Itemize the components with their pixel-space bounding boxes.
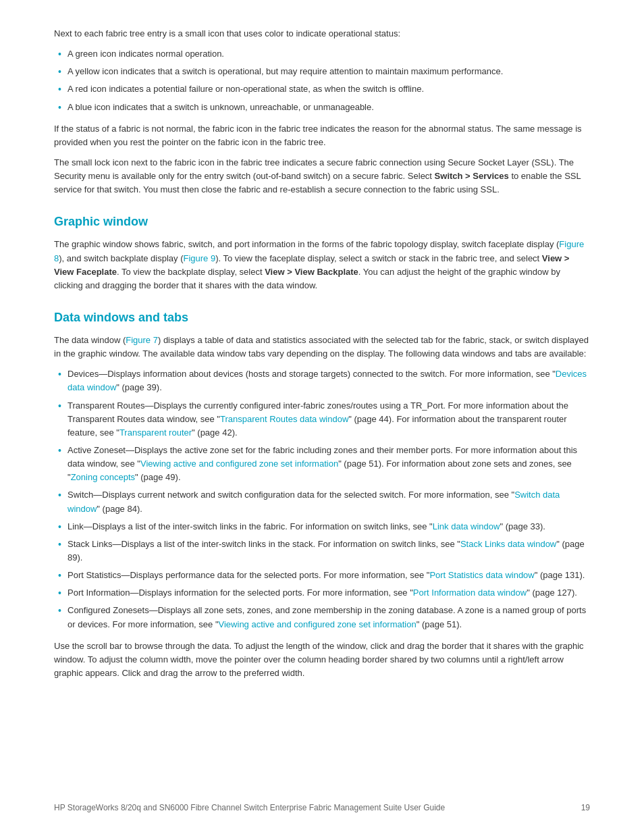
fabric-status-para: If the status of a fabric is not normal,… xyxy=(54,122,590,149)
graphic-window-para: The graphic window shows fabric, switch,… xyxy=(54,238,590,292)
data-windows-heading: Data windows and tabs xyxy=(54,309,590,327)
list-item: A green icon indicates normal operation. xyxy=(54,47,590,61)
figure8-link[interactable]: Figure 8 xyxy=(54,239,584,263)
figure7-link[interactable]: Figure 7 xyxy=(126,335,158,345)
list-item: Switch—Displays current network and swit… xyxy=(54,488,590,515)
data-windows-intro: The data window (Figure 7) displays a ta… xyxy=(54,334,590,361)
viewing-active-zone-link2[interactable]: Viewing active and configured zone set i… xyxy=(219,619,417,629)
list-item: Transparent Routes—Displays the currentl… xyxy=(54,399,590,440)
list-item: Port Information—Displays information fo… xyxy=(54,586,590,600)
list-item: A blue icon indicates that a switch is u… xyxy=(54,101,590,114)
view-backplate-label: View > View Backplate xyxy=(265,267,358,277)
transparent-routes-link[interactable]: Transparent Routes data window xyxy=(220,414,348,424)
page-content: Next to each fabric tree entry is a smal… xyxy=(54,27,590,680)
port-information-link[interactable]: Port Information data window xyxy=(413,588,527,598)
list-item: Stack Links—Displays a list of the inter… xyxy=(54,538,590,565)
list-item: Active Zoneset—Displays the active zone … xyxy=(54,444,590,484)
list-item: A red icon indicates a potential failure… xyxy=(54,82,590,96)
list-item: A yellow icon indicates that a switch is… xyxy=(54,65,590,78)
transparent-router-link[interactable]: Transparent router xyxy=(119,427,192,438)
devices-data-window-link[interactable]: Devices data window xyxy=(68,369,587,392)
stack-links-data-window-link[interactable]: Stack Links data window xyxy=(460,539,556,549)
page-footer: HP StorageWorks 8/20q and SN6000 Fibre C… xyxy=(0,802,644,814)
list-item: Port Statistics—Displays performance dat… xyxy=(54,569,590,582)
status-bullets: A green icon indicates normal operation.… xyxy=(54,47,590,114)
intro-line1: Next to each fabric tree entry is a smal… xyxy=(54,27,590,41)
switch-services-label: Switch > Services xyxy=(435,171,509,181)
footer-page-number: 19 xyxy=(581,802,590,814)
switch-data-window-link[interactable]: Switch data window xyxy=(68,490,560,513)
footer-left: HP StorageWorks 8/20q and SN6000 Fibre C… xyxy=(54,802,445,814)
port-statistics-link[interactable]: Port Statistics data window xyxy=(429,570,534,580)
list-item: Link—Displays a list of the inter-switch… xyxy=(54,520,590,533)
closing-para: Use the scroll bar to browse through the… xyxy=(54,640,590,680)
list-item: Devices—Displays information about devic… xyxy=(54,367,590,394)
ssl-para: The small lock icon next to the fabric i… xyxy=(54,156,590,197)
zoning-concepts-link[interactable]: Zoning concepts xyxy=(71,472,135,482)
link-data-window-link[interactable]: Link data window xyxy=(433,521,500,531)
list-item: Configured Zonesets—Displays all zone se… xyxy=(54,604,590,631)
figure9-link[interactable]: Figure 9 xyxy=(184,253,216,263)
data-window-bullets: Devices—Displays information about devic… xyxy=(54,367,590,631)
viewing-active-zone-link1[interactable]: Viewing active and configured zone set i… xyxy=(140,459,338,469)
graphic-window-heading: Graphic window xyxy=(54,213,590,231)
